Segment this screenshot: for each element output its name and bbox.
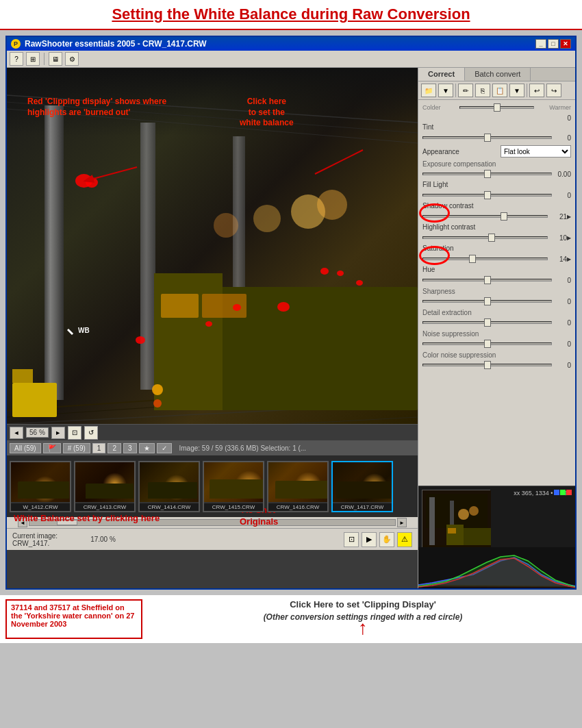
noise-value: 0 — [552, 340, 571, 348]
thumbnail-2[interactable]: CRW_1413.CRW — [74, 461, 136, 512]
fill-light-slider[interactable] — [422, 190, 552, 200]
check-tab[interactable]: ✓ — [157, 443, 172, 453]
appearance-dropdown[interactable]: Flat look — [501, 145, 571, 158]
pt-paste2-button[interactable]: ▼ — [509, 84, 524, 97]
close-button[interactable]: ✕ — [560, 39, 571, 49]
current-image-label: Current image: — [12, 532, 58, 540]
fill-light-slider-row: 0 — [422, 190, 571, 200]
main-image[interactable]: WB — [7, 68, 418, 424]
noise-slider[interactable] — [422, 339, 552, 349]
tab-correct[interactable]: Correct — [418, 68, 465, 81]
fill-light-thumb[interactable] — [484, 191, 491, 199]
thumb-inner-2 — [75, 462, 134, 502]
hue-slider-row: 0 — [422, 275, 571, 285]
histogram-color-indicators — [554, 490, 572, 495]
play-button[interactable]: ▶ — [362, 532, 377, 547]
histogram-area: xx 365, 1334 • 0 1 98 — [418, 486, 575, 588]
flag-tab[interactable]: 🚩 — [43, 443, 61, 453]
hue-thumb[interactable] — [484, 276, 491, 284]
bottom-annotations: 37114 and 37517 at Sheffield on the 'Yor… — [0, 595, 582, 643]
zoom-percent: 17.00 % — [90, 536, 116, 543]
noise-thumb[interactable] — [484, 340, 491, 348]
pt-redo-button[interactable]: ↪ — [546, 84, 561, 97]
pt-undo-button[interactable]: ↩ — [529, 84, 544, 97]
sharpness-thumb[interactable] — [484, 297, 491, 305]
tab-batch[interactable]: Batch convert — [465, 68, 531, 81]
thumb-label-5: CRW_1416.CRW — [268, 503, 327, 511]
color-noise-thumb[interactable] — [484, 361, 491, 369]
saturation-up-arrow[interactable]: ▶ — [567, 256, 571, 262]
detail-value: 0 — [552, 319, 571, 327]
pt-dropdown-button[interactable]: ▼ — [438, 84, 453, 97]
appearance-row: Appearance Flat look — [422, 145, 571, 158]
settings-button[interactable]: ⚙ — [65, 52, 79, 66]
title-bar: P RawShooter essentials 2005 - CRW_1417.… — [7, 37, 575, 51]
svg-rect-22 — [67, 329, 73, 335]
minimize-button[interactable]: _ — [535, 39, 546, 49]
sharpness-slider[interactable] — [422, 297, 552, 306]
thumbnail-5[interactable]: CRW_1416.CRW — [267, 461, 329, 512]
hand-button[interactable]: ✋ — [379, 532, 394, 547]
tint-slider[interactable] — [422, 133, 552, 142]
exposure-slider[interactable] — [422, 169, 552, 179]
shadow-thumb[interactable] — [501, 212, 507, 221]
app-window: P RawShooter essentials 2005 - CRW_1417.… — [5, 36, 577, 590]
color-noise-slider[interactable] — [422, 360, 552, 370]
pt-paste-button[interactable]: 📋 — [492, 84, 507, 97]
saturation-slider[interactable] — [422, 254, 548, 264]
num3-tab[interactable]: 3 — [123, 443, 137, 453]
fit-window-button[interactable]: ⊡ — [344, 532, 359, 547]
pt-folder-button[interactable]: 📁 — [421, 84, 436, 97]
tint-label: Tint — [422, 123, 498, 131]
clip-spot-7 — [337, 271, 344, 276]
tint-thumb[interactable] — [484, 134, 491, 142]
noise-slider-row: 0 — [422, 339, 571, 349]
hash-tab[interactable]: # (59) — [63, 443, 90, 453]
wb-slider[interactable] — [459, 103, 534, 112]
maximize-button[interactable]: □ — [548, 39, 559, 49]
wb-thumb[interactable] — [494, 103, 501, 112]
histogram-svg — [418, 547, 575, 588]
view-button[interactable]: ⊞ — [26, 52, 40, 66]
svg-point-15 — [153, 399, 162, 407]
detail-slider[interactable] — [422, 318, 552, 327]
thumbnail-4[interactable]: CRW_1415.CRW — [203, 461, 264, 512]
filmstrip-nav-forward[interactable]: ► — [51, 427, 65, 439]
saturation-thumb[interactable] — [469, 255, 476, 263]
clip-spot-3 — [136, 336, 145, 344]
thumbnail-1[interactable]: W_1412.CRW — [10, 461, 71, 512]
star-tab[interactable]: ★ — [139, 443, 155, 453]
num2-tab[interactable]: 2 — [107, 443, 121, 453]
all-tab[interactable]: All (59) — [10, 443, 41, 453]
appearance-label: Appearance — [422, 148, 498, 155]
thumbnail-6-active[interactable]: CRW_1417.CRW — [331, 461, 393, 512]
pt-eyedropper-button[interactable]: ✏ — [458, 84, 473, 97]
highlight-up-arrow[interactable]: ▶ — [567, 235, 571, 241]
exposure-thumb[interactable] — [484, 170, 491, 178]
warning-button[interactable]: ⚠ — [397, 532, 412, 547]
svg-rect-12 — [161, 294, 199, 318]
hue-slider[interactable] — [422, 275, 552, 285]
thumb-label-2: CRW_1413.CRW — [75, 503, 134, 511]
num1-tab[interactable]: 1 — [92, 443, 106, 453]
shadow-label: Shadow contrast — [422, 202, 498, 210]
tab-row: All (59) 🚩 # (59) 1 2 3 ★ ✓ Image: 59 / … — [7, 440, 418, 455]
svg-rect-8 — [140, 123, 155, 390]
color-noise-value: 0 — [552, 362, 571, 369]
shadow-up-arrow[interactable]: ▶ — [567, 214, 571, 220]
thumbnail-3[interactable]: CRW_1414.CRW — [138, 461, 200, 512]
help-button[interactable]: ? — [10, 52, 23, 66]
rotate-icon[interactable]: ↺ — [84, 426, 98, 440]
wb-row: Colder Warmer — [422, 103, 571, 112]
highlight-slider[interactable] — [422, 233, 548, 242]
fit-icon[interactable]: ⊡ — [68, 426, 81, 440]
filmstrip-nav-back[interactable]: ◄ — [10, 427, 23, 439]
pt-copy-button[interactable]: ⎘ — [475, 84, 490, 97]
thumb-inner-6 — [333, 462, 392, 502]
scroll-right-button[interactable]: ► — [397, 518, 407, 527]
highlight-thumb[interactable] — [488, 234, 495, 242]
detail-thumb[interactable] — [484, 318, 491, 327]
svg-rect-21 — [12, 369, 33, 383]
monitor-button[interactable]: 🖥 — [49, 52, 62, 66]
shadow-slider[interactable] — [422, 212, 548, 221]
